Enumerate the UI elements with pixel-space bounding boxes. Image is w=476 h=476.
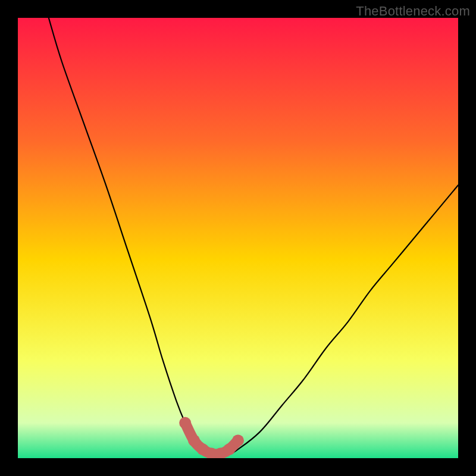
gradient-background xyxy=(18,18,458,458)
stage: TheBottleneck.com xyxy=(0,0,476,476)
optimum-marker xyxy=(179,417,191,429)
optimum-marker xyxy=(188,434,200,446)
watermark-text: TheBottleneck.com xyxy=(356,4,470,19)
plot-area xyxy=(18,18,458,458)
optimum-marker xyxy=(223,443,235,455)
bottleneck-chart xyxy=(18,18,458,458)
optimum-marker xyxy=(232,434,244,446)
